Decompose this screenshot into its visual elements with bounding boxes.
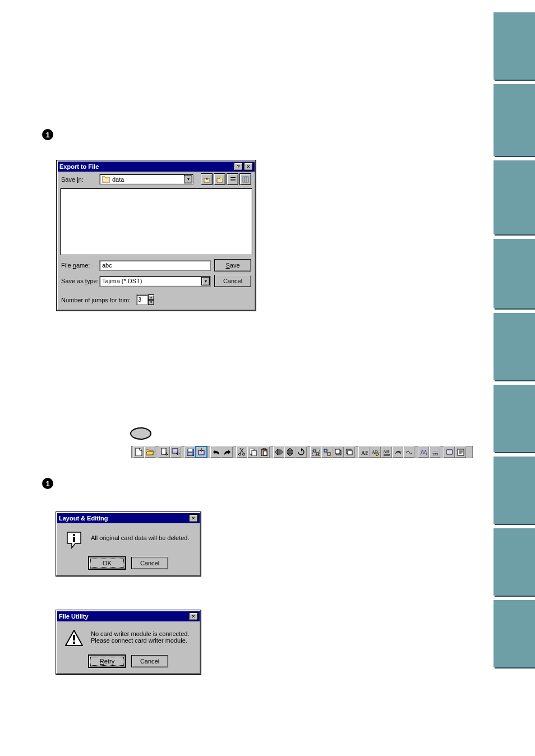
spin-down-icon[interactable]: ▼ [148, 300, 154, 306]
save-in-dropdown[interactable]: data [99, 174, 193, 185]
step-bullet-1: 1 [42, 478, 53, 489]
svg-rect-42 [73, 635, 75, 640]
save-icon[interactable] [185, 446, 196, 458]
chevron-down-icon[interactable]: ▾ [201, 277, 210, 285]
bring-front-icon[interactable] [333, 446, 344, 458]
side-tab[interactable] [494, 457, 535, 524]
preview-icon[interactable] [444, 446, 455, 458]
message-line-1: No card writer module is connected. [91, 630, 189, 637]
text-tool-icon[interactable]: ABC [358, 446, 370, 458]
chevron-down-icon[interactable]: ▾ [184, 175, 192, 183]
folder-icon [102, 176, 110, 183]
export-to-file-dialog: Export to File ? × Save in: data ▾ File … [56, 160, 256, 311]
write-to-card-icon[interactable] [196, 446, 207, 458]
side-tab[interactable] [494, 600, 535, 667]
side-tab[interactable] [494, 385, 535, 452]
stitch-123-icon[interactable]: 123 [429, 446, 440, 458]
side-tab[interactable] [494, 313, 535, 380]
open-icon[interactable] [144, 446, 155, 458]
copy-icon[interactable] [247, 446, 259, 458]
svg-rect-22 [264, 451, 267, 455]
svg-rect-27 [328, 453, 330, 455]
svg-text:123: 123 [432, 453, 439, 456]
send-back-icon[interactable] [344, 446, 355, 458]
svg-point-16 [239, 453, 241, 455]
import-design-icon[interactable] [159, 446, 170, 458]
rotate-icon[interactable] [296, 446, 307, 458]
svg-rect-0 [230, 177, 230, 178]
group-icon[interactable] [310, 446, 321, 458]
file-list[interactable] [60, 188, 252, 255]
list-view-icon[interactable] [227, 173, 238, 185]
help-button[interactable]: ? [234, 163, 243, 170]
cancel-button[interactable]: Cancel [214, 275, 251, 287]
svg-rect-24 [313, 450, 316, 452]
svg-rect-1 [231, 177, 236, 178]
paste-icon[interactable] [259, 446, 270, 458]
cancel-button[interactable]: Cancel [131, 557, 168, 569]
properties-icon[interactable] [455, 446, 466, 458]
close-button[interactable]: × [244, 163, 253, 170]
svg-rect-31 [348, 450, 352, 455]
info-icon [65, 531, 83, 549]
jumps-spinner[interactable]: 3 ▲ ▼ [136, 294, 154, 305]
save-as-type-label: Save as type: [61, 278, 96, 284]
side-tab[interactable] [494, 160, 535, 234]
file-utility-dialog: File Utility × No card writer module is … [56, 610, 201, 675]
redo-icon[interactable] [222, 446, 233, 458]
save-in-value: data [112, 176, 124, 183]
text-layout-icon[interactable]: AB [381, 446, 392, 458]
svg-point-17 [243, 453, 245, 455]
details-view-icon[interactable] [239, 173, 251, 185]
jumps-label: Number of jumps for trim: [61, 297, 131, 303]
close-button[interactable]: × [189, 612, 198, 620]
jumps-value[interactable]: 3 [136, 294, 148, 305]
spin-up-icon[interactable]: ▲ [148, 294, 154, 300]
main-toolbar: ABC AB AB ABC 123 [131, 446, 473, 458]
file-name-label: File name: [61, 262, 96, 269]
side-tab[interactable] [494, 239, 535, 308]
ungroup-icon[interactable] [321, 446, 333, 458]
svg-text:ABC: ABC [396, 450, 402, 454]
save-as-type-dropdown[interactable]: Tajima (*.DST) [99, 276, 211, 287]
svg-rect-25 [316, 453, 319, 455]
svg-point-40 [73, 534, 75, 536]
stitch-sim-icon[interactable] [418, 446, 429, 458]
side-tabs [494, 12, 535, 672]
side-tab[interactable] [494, 84, 535, 156]
ok-button[interactable]: OK [89, 557, 126, 569]
dialog-title: Export to File [59, 163, 99, 170]
text-wave-icon[interactable] [403, 446, 414, 458]
svg-rect-10 [162, 448, 166, 454]
import-card-icon[interactable] [170, 446, 181, 458]
up-one-level-icon[interactable] [201, 173, 213, 185]
svg-rect-7 [243, 177, 248, 178]
text-arc-icon[interactable]: ABC [392, 446, 403, 458]
dialog-title: File Utility [59, 613, 89, 620]
flip-vertical-icon[interactable] [284, 446, 296, 458]
svg-text:ABC: ABC [361, 450, 368, 456]
new-folder-icon[interactable] [214, 173, 225, 185]
save-button[interactable]: Save [214, 259, 251, 271]
undo-icon[interactable] [210, 446, 222, 458]
callout-oval [130, 427, 151, 440]
svg-rect-41 [73, 537, 75, 542]
cancel-button[interactable]: Cancel [131, 655, 168, 667]
svg-rect-2 [230, 179, 230, 179]
flip-horizontal-icon[interactable] [273, 446, 284, 458]
svg-rect-29 [335, 449, 340, 454]
new-icon[interactable] [133, 446, 144, 458]
svg-rect-14 [188, 453, 192, 455]
svg-rect-13 [188, 449, 192, 451]
file-name-input[interactable] [99, 260, 211, 271]
titlebar: Export to File ? × [58, 162, 255, 172]
side-tab[interactable] [494, 528, 535, 596]
retry-button[interactable]: Retry [89, 655, 126, 667]
cut-icon[interactable] [236, 446, 247, 458]
side-tab[interactable] [494, 12, 535, 80]
message-line-2: Please connect card writer module. [91, 637, 189, 644]
message-text: All original card data will be deleted. [91, 531, 190, 541]
close-button[interactable]: × [189, 514, 198, 522]
text-edit-icon[interactable]: AB [370, 446, 381, 458]
step-bullet-1: 1 [42, 129, 53, 140]
